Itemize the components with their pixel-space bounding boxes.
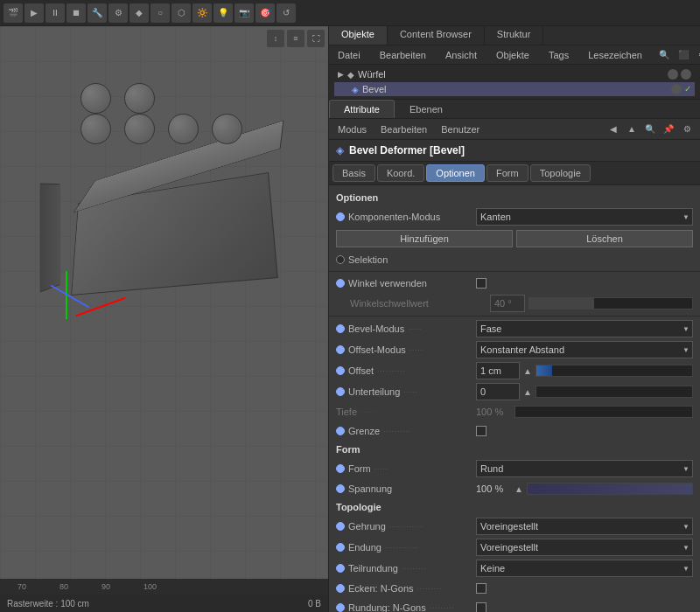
vis-dot-2[interactable] <box>681 69 691 80</box>
toolbar-icon-2[interactable]: ▶ <box>24 3 44 23</box>
tab-basis[interactable]: Basis <box>332 164 375 182</box>
toolbar-icon-6[interactable]: ⚙ <box>108 3 128 23</box>
selektion-radio[interactable] <box>336 255 345 264</box>
spannung-spinner[interactable]: ▲ <box>514 484 523 494</box>
grenze-text: Grenze <box>348 426 380 436</box>
toolbar-icon-3[interactable]: ⏸ <box>46 3 65 23</box>
stud-1 <box>80 114 111 144</box>
bevel-modus-select[interactable]: Fase <box>476 320 693 337</box>
winkel-checkbox[interactable] <box>476 278 486 289</box>
toolbar-icon-1[interactable]: 🎬 <box>4 3 23 23</box>
grenze-checkbox[interactable] <box>476 426 486 436</box>
komponenten-modus-label: Komponenten-Modus <box>336 212 476 222</box>
offset-input[interactable] <box>476 362 520 379</box>
prop-tiefe: Tiefe ····· 100 % <box>329 402 700 421</box>
winkelschwellwert-input[interactable] <box>490 295 525 312</box>
menu-ansicht[interactable]: Ansicht <box>440 48 482 62</box>
attr-search-icon[interactable]: 🔍 <box>642 122 658 137</box>
viewport[interactable]: ↕ ≡ ⛶ 70 <box>0 26 328 612</box>
viewport-menu-btn[interactable]: ≡ <box>287 30 304 47</box>
ecken-checkbox[interactable] <box>476 583 486 594</box>
komponenten-radio[interactable] <box>336 212 345 221</box>
bevel-vis-dot-1[interactable] <box>671 84 682 94</box>
bevel-modus-radio[interactable] <box>336 324 345 333</box>
tab-form[interactable]: Form <box>486 164 528 182</box>
menu-datei[interactable]: Datei <box>332 48 366 62</box>
menu-tags[interactable]: Tags <box>543 48 574 62</box>
attr-menu-icon[interactable]: ⚙ <box>679 122 695 137</box>
spannung-slider[interactable] <box>527 483 693 495</box>
toolbar-icon-10[interactable]: 🔆 <box>192 3 212 23</box>
toolbar-icon-13[interactable]: 🎯 <box>256 3 275 23</box>
filter-icon[interactable]: ⬛ <box>676 47 691 63</box>
komponenten-modus-select[interactable]: Kanten <box>476 208 693 226</box>
obj-row-wuerfel[interactable]: ▶ ◆ Würfel <box>334 67 695 81</box>
tab-objekte[interactable]: Objekte <box>329 26 388 45</box>
offset-modus-select[interactable]: Konstanter Abstand <box>476 341 693 358</box>
offset-slider[interactable] <box>536 365 693 377</box>
attr-benutzer[interactable]: Benutzer <box>438 122 483 136</box>
offset-radio[interactable] <box>336 366 345 375</box>
rundung-ngons-checkbox[interactable] <box>476 602 486 612</box>
attr-modus[interactable]: Modus <box>334 122 370 136</box>
tab-ebenen[interactable]: Ebenen <box>395 100 458 118</box>
toolbar-icon-14[interactable]: ↺ <box>276 3 296 23</box>
attr-bearbeiten[interactable]: Bearbeiten <box>377 122 430 136</box>
unterteilung-radio[interactable] <box>336 387 345 396</box>
offset-spinner-up[interactable]: ▲ <box>523 366 532 376</box>
teilrundung-radio[interactable] <box>336 564 345 573</box>
winkelschwellwert-value <box>490 295 693 312</box>
search-icon[interactable]: 🔍 <box>656 47 672 63</box>
attr-pin-icon[interactable]: 📌 <box>661 122 676 137</box>
unterteilung-slider[interactable] <box>536 386 693 398</box>
form-radio[interactable] <box>336 464 345 473</box>
gehrung-select-wrapper: Voreingestellt ▼ <box>476 518 693 535</box>
toolbar-icon-7[interactable]: ◆ <box>130 3 149 23</box>
gehrung-select[interactable]: Voreingestellt <box>476 518 693 535</box>
tab-attribute[interactable]: Attribute <box>329 100 395 118</box>
tab-struktur[interactable]: Struktur <box>485 26 544 45</box>
form-label: Form ····· <box>336 463 476 474</box>
attr-forward-icon[interactable]: ▲ <box>624 122 640 137</box>
teilrundung-select[interactable]: Keine <box>476 560 693 577</box>
wuerfel-icon: ◆ <box>347 70 354 80</box>
tab-optionen[interactable]: Optionen <box>426 164 485 182</box>
ecken-radio[interactable] <box>336 584 345 593</box>
rundung-ngons-radio[interactable] <box>336 603 345 612</box>
toolbar-icon-8[interactable]: ○ <box>150 3 170 23</box>
obj-row-bevel[interactable]: ◈ Bevel ✓ <box>334 82 695 96</box>
viewport-expand-btn[interactable]: ⛶ <box>307 30 325 47</box>
endung-radio[interactable] <box>336 543 345 552</box>
form-select[interactable]: Rund <box>476 460 693 477</box>
unterteilung-input[interactable] <box>476 383 520 400</box>
offset-modus-radio[interactable] <box>336 345 345 354</box>
winkelschwellwert-slider[interactable] <box>528 297 693 309</box>
toolbar-icon-12[interactable]: 📷 <box>234 3 254 23</box>
settings-icon[interactable]: ⚙ <box>695 47 700 63</box>
grenze-radio[interactable] <box>336 427 345 435</box>
unterteilung-spinner[interactable]: ▲ <box>523 387 532 397</box>
gehrung-radio[interactable] <box>336 522 345 531</box>
tiefe-slider[interactable] <box>514 406 693 418</box>
toolbar-icon-5[interactable]: 🔧 <box>88 3 107 23</box>
props-area[interactable]: Optionen Komponenten-Modus Kanten ▼ <box>329 185 700 612</box>
menu-lesezeichen[interactable]: Lesezeichen <box>583 48 648 62</box>
viewport-nav-btn[interactable]: ↕ <box>267 30 284 47</box>
vis-dot-1[interactable] <box>668 69 678 80</box>
spannung-radio[interactable] <box>336 484 345 493</box>
btn-hinzufuegen[interactable]: Hinzufügen <box>336 230 513 247</box>
tab-content-browser[interactable]: Content Browser <box>388 26 485 45</box>
winkel-radio[interactable] <box>336 279 345 288</box>
attr-back-icon[interactable]: ◀ <box>606 122 621 137</box>
tab-koord[interactable]: Koord. <box>377 164 424 182</box>
toolbar-icon-9[interactable]: ⬡ <box>172 3 191 23</box>
toolbar-icon-11[interactable]: 💡 <box>214 3 233 23</box>
endung-select[interactable]: Voreingestellt <box>476 539 693 556</box>
btn-loeschen[interactable]: Löschen <box>516 230 693 247</box>
tab-topologie[interactable]: Topologie <box>530 164 591 182</box>
menu-objekte[interactable]: Objekte <box>491 48 535 62</box>
menu-bearbeiten[interactable]: Bearbeiten <box>374 48 431 62</box>
toolbar-icon-4[interactable]: ⏹ <box>66 3 86 23</box>
form-dots: ····· <box>374 465 388 473</box>
offset-modus-value: Konstanter Abstand ▼ <box>476 341 693 358</box>
